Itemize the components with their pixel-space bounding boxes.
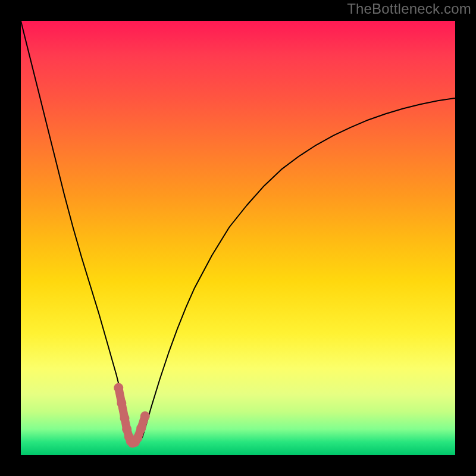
watermark-text: TheBottleneck.com: [347, 1, 471, 17]
near-optimum-dot: [140, 411, 150, 421]
curve-layer: [21, 21, 455, 455]
near-optimum-dot: [133, 433, 142, 443]
near-optimum-dot: [114, 383, 123, 393]
near-optimum-dot: [117, 398, 126, 408]
plot-area: [21, 21, 455, 455]
near-optimum-markers: [114, 383, 150, 448]
near-optimum-dot: [120, 414, 129, 423]
outer-frame: TheBottleneck.com: [0, 0, 476, 476]
bottleneck-curve: [21, 21, 455, 445]
near-optimum-dot: [136, 424, 146, 433]
